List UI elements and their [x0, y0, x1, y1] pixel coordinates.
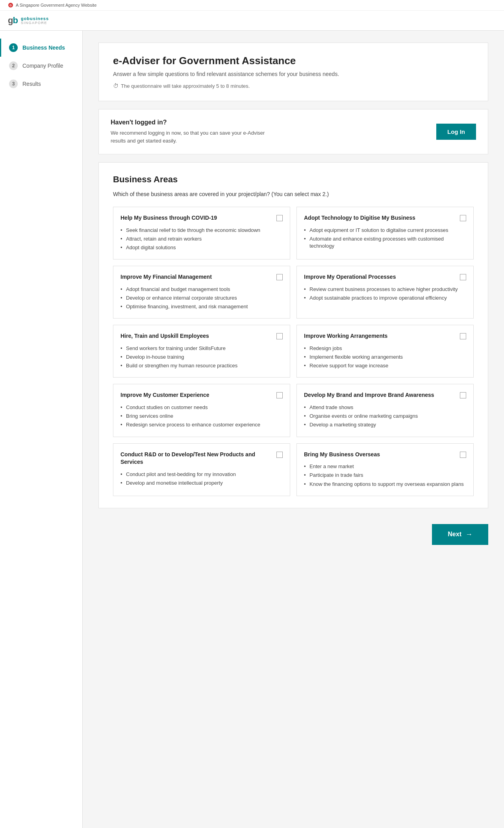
option-working-arrangements-title: Improve Working Arrangements	[304, 332, 391, 340]
list-item: Conduct pilot and test-bedding for my in…	[120, 470, 283, 479]
list-item: Know the financing options to support my…	[304, 480, 466, 489]
sidebar-item-results[interactable]: 3 Results	[0, 75, 82, 93]
page-subtitle: Answer a few simple questions to find re…	[113, 71, 474, 77]
option-working-arrangements-checkbox[interactable]	[460, 333, 466, 339]
time-note-text: The questionnaire will take approximatel…	[121, 83, 250, 89]
option-operational[interactable]: Improve My Operational Processes Review …	[296, 266, 474, 319]
option-working-arrangements[interactable]: Improve Working Arrangements Redesign jo…	[296, 325, 474, 378]
login-banner-heading: Haven't logged in?	[111, 119, 268, 126]
list-item: Adopt financial and budget management to…	[120, 285, 283, 294]
list-item: Review current business processes to ach…	[304, 285, 466, 294]
option-working-arrangements-list: Redesign jobs Implement flexible working…	[304, 344, 466, 370]
option-customer-experience[interactable]: Improve My Customer Experience Conduct s…	[113, 384, 290, 437]
option-hire-train-list: Send workers for training under SkillsFu…	[120, 344, 283, 370]
option-operational-title: Improve My Operational Processes	[304, 273, 400, 281]
main-content: e-Adviser for Government Assistance Answ…	[83, 31, 504, 828]
svg-text:G: G	[9, 4, 12, 7]
page-layout: 1 Business Needs 2 Company Profile 3 Res…	[0, 31, 504, 828]
logo-letters: gb	[8, 15, 18, 26]
step-2-circle: 2	[9, 61, 18, 70]
list-item: Redesign service process to enhance cust…	[120, 420, 283, 429]
option-covid[interactable]: Help My Business through COVID-19 Seek f…	[113, 207, 290, 259]
list-item: Bring services online	[120, 412, 283, 420]
list-item: Enter a new market	[304, 462, 466, 471]
sidebar-item-business-needs[interactable]: 1 Business Needs	[0, 39, 82, 57]
option-technology-list: Adopt equipment or IT solution to digita…	[304, 226, 466, 251]
option-rd[interactable]: Conduct R&D or to Develop/Test New Produ…	[113, 443, 290, 496]
option-financial-checkbox[interactable]	[276, 274, 283, 280]
option-financial-list: Adopt financial and budget management to…	[120, 285, 283, 311]
list-item: Develop a marketing strategy	[304, 420, 466, 429]
option-customer-experience-title: Improve My Customer Experience	[120, 391, 213, 399]
top-bar: G A Singapore Government Agency Website	[0, 0, 504, 11]
sidebar-item-label-2: Company Profile	[22, 63, 63, 69]
logo-name: gobusiness	[21, 16, 49, 21]
gov-logo-icon: G	[8, 2, 13, 8]
list-item: Receive support for wage increase	[304, 361, 466, 370]
option-overseas-title: Bring My Business Overseas	[304, 451, 384, 459]
list-item: Attend trade shows	[304, 403, 466, 412]
logo[interactable]: gb gobusiness SINGAPORE	[8, 15, 49, 26]
sidebar: 1 Business Needs 2 Company Profile 3 Res…	[0, 31, 83, 828]
option-covid-title: Help My Business through COVID-19	[120, 214, 221, 222]
list-item: Send workers for training under SkillsFu…	[120, 344, 283, 353]
list-item: Seek financial relief to tide through th…	[120, 226, 283, 235]
option-brand-checkbox[interactable]	[460, 392, 466, 398]
sidebar-item-label-3: Results	[22, 81, 41, 87]
option-technology-checkbox[interactable]	[460, 215, 466, 221]
option-technology-title: Adopt Technology to Digitise My Business	[304, 214, 419, 222]
option-rd-checkbox[interactable]	[276, 452, 283, 458]
page-title: e-Adviser for Government Assistance	[113, 55, 474, 67]
list-item: Build or strengthen my human resource pr…	[120, 361, 283, 370]
option-hire-train-title: Hire, Train and Upskill Employees	[120, 332, 213, 340]
list-item: Develop or enhance internal corporate st…	[120, 294, 283, 302]
list-item: Develop and monetise intellectual proper…	[120, 479, 283, 487]
list-item: Organise events or online marketing camp…	[304, 412, 466, 420]
option-rd-title: Conduct R&D or to Develop/Test New Produ…	[120, 451, 276, 466]
gov-text: A Singapore Government Agency Website	[16, 3, 96, 7]
list-item: Attract, retain and retrain workers	[120, 235, 283, 243]
option-overseas-checkbox[interactable]	[460, 452, 466, 458]
site-header: gb gobusiness SINGAPORE	[0, 11, 504, 31]
list-item: Participate in trade fairs	[304, 471, 466, 480]
login-banner: Haven't logged in? We recommend logging …	[98, 109, 488, 154]
step-1-circle: 1	[9, 43, 18, 52]
section-question: Which of these business areas are covere…	[113, 191, 474, 197]
list-item: Redesign jobs	[304, 344, 466, 353]
next-button[interactable]: Next →	[432, 524, 488, 545]
option-hire-train[interactable]: Hire, Train and Upskill Employees Send w…	[113, 325, 290, 378]
option-brand-list: Attend trade shows Organise events or on…	[304, 403, 466, 430]
list-item: Optimise financing, investment, and risk…	[120, 302, 283, 311]
option-customer-experience-checkbox[interactable]	[276, 392, 283, 398]
login-button[interactable]: Log In	[436, 124, 476, 140]
option-covid-list: Seek financial relief to tide through th…	[120, 226, 283, 252]
time-note: ⏱ The questionnaire will take approximat…	[113, 83, 474, 89]
options-grid: Help My Business through COVID-19 Seek f…	[113, 207, 474, 496]
option-operational-list: Review current business processes to ach…	[304, 285, 466, 302]
sidebar-item-label-1: Business Needs	[22, 44, 65, 51]
arrow-right-icon: →	[465, 530, 472, 539]
option-customer-experience-list: Conduct studies on customer needs Bring …	[120, 403, 283, 430]
list-item: Adopt equipment or IT solution to digita…	[304, 226, 466, 235]
next-bar: Next →	[98, 516, 488, 553]
list-item: Develop in-house training	[120, 353, 283, 361]
step-3-circle: 3	[9, 80, 18, 88]
option-hire-train-checkbox[interactable]	[276, 333, 283, 339]
option-financial-title: Improve My Financial Management	[120, 273, 216, 281]
list-item: Adopt digital solutions	[120, 243, 283, 252]
page-header-card: e-Adviser for Government Assistance Answ…	[98, 43, 488, 101]
login-banner-text: Haven't logged in? We recommend logging …	[111, 119, 268, 144]
option-overseas-list: Enter a new market Participate in trade …	[304, 462, 466, 489]
list-item: Automate and enhance existing processes …	[304, 235, 466, 250]
option-operational-checkbox[interactable]	[460, 274, 466, 280]
option-technology[interactable]: Adopt Technology to Digitise My Business…	[296, 207, 474, 259]
list-item: Conduct studies on customer needs	[120, 403, 283, 412]
login-banner-description: We recommend logging in now, so that you…	[111, 129, 268, 144]
option-financial[interactable]: Improve My Financial Management Adopt fi…	[113, 266, 290, 319]
sidebar-item-company-profile[interactable]: 2 Company Profile	[0, 57, 82, 75]
option-brand[interactable]: Develop My Brand and Improve Brand Aware…	[296, 384, 474, 437]
option-covid-checkbox[interactable]	[276, 215, 283, 221]
list-item: Adopt sustainable practices to improve o…	[304, 294, 466, 302]
option-overseas[interactable]: Bring My Business Overseas Enter a new m…	[296, 443, 474, 496]
option-rd-list: Conduct pilot and test-bedding for my in…	[120, 470, 283, 487]
